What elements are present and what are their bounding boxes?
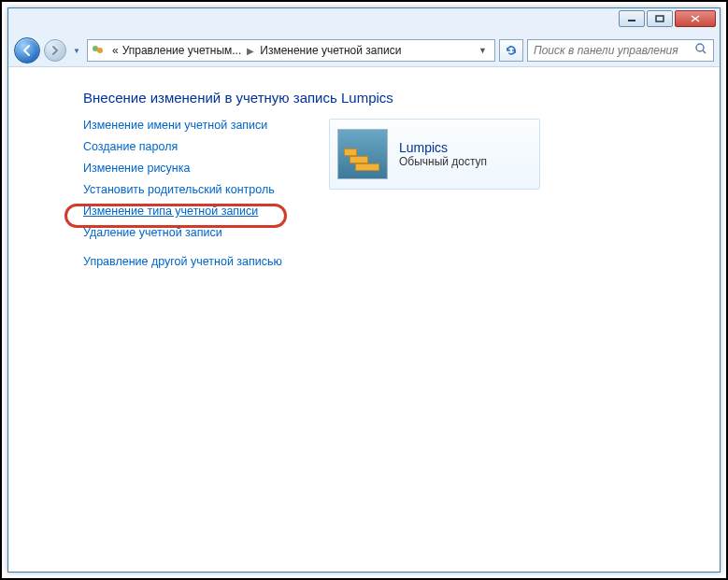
- titlebar: [8, 8, 720, 35]
- minimize-button[interactable]: [619, 10, 645, 27]
- svg-line-5: [703, 50, 706, 53]
- control-panel-icon: [90, 42, 107, 59]
- search-icon: [694, 42, 707, 59]
- address-bar[interactable]: « Управление учетным... ▶ Изменение учет…: [87, 39, 495, 62]
- actions-list: Изменение имени учетной записи Создание …: [83, 119, 282, 276]
- maximize-button[interactable]: [647, 10, 673, 27]
- link-delete-account[interactable]: Удаление учетной записи: [83, 226, 282, 239]
- svg-point-4: [696, 44, 704, 51]
- window: ▼ « Управление учетным... ▶ Изменение уч…: [7, 7, 721, 573]
- back-button[interactable]: [14, 37, 40, 64]
- breadcrumb-seg2[interactable]: Изменение учетной записи: [258, 44, 403, 57]
- link-parental-controls[interactable]: Установить родительский контроль: [83, 183, 282, 196]
- link-change-account-type[interactable]: Изменение типа учетной записи: [83, 205, 282, 218]
- nav-history-dropdown[interactable]: ▼: [70, 37, 83, 64]
- address-dropdown-icon[interactable]: ▼: [473, 46, 492, 55]
- svg-rect-1: [656, 16, 664, 21]
- link-rename-account[interactable]: Изменение имени учетной записи: [83, 119, 282, 132]
- page-title: Внесение изменений в учетную запись Lump…: [83, 90, 695, 106]
- link-manage-other-account[interactable]: Управление другой учетной записью: [83, 255, 282, 268]
- breadcrumb-seg1[interactable]: Управление учетным...: [121, 44, 244, 57]
- refresh-button[interactable]: [499, 39, 523, 62]
- breadcrumb-chevron-icon[interactable]: ▶: [243, 46, 258, 56]
- search-input[interactable]: [534, 44, 689, 57]
- link-change-picture[interactable]: Изменение рисунка: [83, 162, 282, 175]
- link-create-password[interactable]: Создание пароля: [83, 140, 282, 153]
- svg-rect-0: [628, 20, 635, 21]
- forward-button[interactable]: [44, 39, 66, 62]
- navigation-bar: ▼ « Управление учетным... ▶ Изменение уч…: [8, 35, 720, 66]
- account-name: Lumpics: [399, 140, 487, 155]
- close-button[interactable]: [675, 10, 716, 27]
- content-area: Внесение изменений в учетную запись Lump…: [8, 66, 720, 572]
- account-card: Lumpics Обычный доступ: [329, 119, 540, 190]
- search-box[interactable]: [527, 39, 714, 62]
- svg-point-3: [97, 48, 103, 53]
- account-picture: [337, 129, 388, 179]
- breadcrumb-prefix: «: [110, 44, 121, 57]
- account-type: Обычный доступ: [399, 155, 487, 168]
